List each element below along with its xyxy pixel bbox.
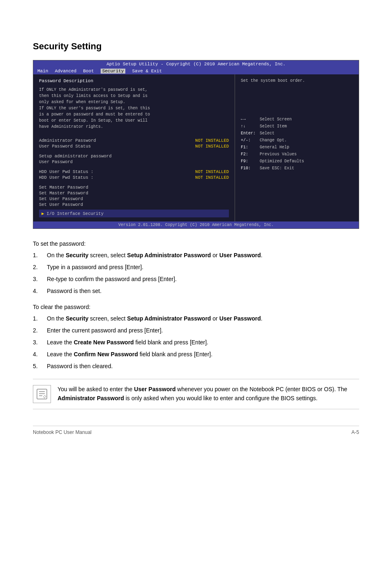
bios-menu-security[interactable]: Security [101, 69, 126, 74]
note-box: You will be asked to enter the User Pass… [33, 379, 359, 409]
page-footer: Notebook PC User Manual A-5 [33, 426, 359, 435]
note-icon [33, 385, 51, 403]
bios-hdd-user-pwd-1-value: NOT INSTALLED [195, 169, 229, 174]
list-item: 1. On the Security screen, select Setup … [33, 251, 359, 260]
bios-io-interface-security[interactable]: ▶ I/O Interface Security [39, 210, 229, 217]
step-num: 4. [33, 350, 41, 359]
step-text: Leave the Confirm New Password field bla… [47, 350, 359, 359]
key-sym-f2: F2: [241, 151, 257, 158]
bios-setup-admin-password[interactable]: Setup administrator password [39, 154, 229, 159]
bios-section-title: Password Description [39, 78, 229, 83]
bios-key-legend: ←→ Select Screen ↑↓ Select Item Enter: S… [241, 116, 353, 172]
bios-hdd-user-pwd-2-value: NOT INSTALLED [195, 175, 229, 180]
step-text: Enter the current password and press [En… [47, 326, 359, 335]
bios-io-arrow: ▶ [42, 211, 44, 216]
key-action-general-help: General Help [260, 144, 289, 151]
key-sym-plusminus: +/-: [241, 137, 257, 144]
bios-right-panel: Set the system boot order. ←→ Select Scr… [235, 74, 359, 221]
step-text: Password is then cleared. [47, 362, 359, 371]
set-password-section: To set the password: 1. On the Security … [33, 240, 359, 295]
clear-password-intro: To clear the password: [33, 304, 359, 310]
bios-screenshot: Aptio Setup Utility - Copyright (C) 2010… [33, 60, 359, 229]
key-row-f1: F1: General Help [241, 144, 353, 151]
bios-hdd-user-pwd-2-row: HDD User Pwd Status : NOT INSTALLED [39, 175, 229, 180]
step-text: Type in a password and press [Enter]. [47, 263, 359, 272]
bios-right-hint: Set the system boot order. [241, 78, 353, 83]
key-sym-arrows: ←→ [241, 116, 257, 123]
list-item: 1. On the Security screen, select Setup … [33, 314, 359, 323]
list-item: 5. Password is then cleared. [33, 362, 359, 371]
step-num: 2. [33, 263, 41, 272]
key-action-previous-values: Previous Values [260, 151, 297, 158]
bios-description: If ONLY the Administrator's password is … [39, 87, 229, 130]
bios-hdd-user-pwd-1-row: HDD User Pwd Status : NOT INSTALLED [39, 169, 229, 174]
bios-user-password-value: NOT INSTALLED [195, 144, 229, 149]
step-num: 1. [33, 251, 41, 260]
svg-rect-0 [37, 389, 47, 399]
step-num: 3. [33, 338, 41, 347]
bios-menu-boot[interactable]: Boot [83, 69, 94, 74]
bios-hdd-user-pwd-2-label: HDD User Pwd Status : [39, 175, 93, 180]
step-text: On the Security screen, select Setup Adm… [47, 251, 359, 260]
key-row-enter: Enter: Select [241, 130, 353, 137]
key-row-f2: F2: Previous Values [241, 151, 353, 158]
key-action-select-item: Select Item [260, 123, 287, 130]
footer-left: Notebook PC User Manual [33, 429, 92, 435]
bios-admin-password-value: NOT INSTALLED [195, 138, 229, 143]
bios-menu-bar[interactable]: Main Advanced Boot Security Save & Exit [33, 68, 359, 74]
key-sym-f10: F10: [241, 165, 257, 172]
step-num: 2. [33, 326, 41, 335]
list-item: 2. Type in a password and press [Enter]. [33, 263, 359, 272]
key-row-select-item: ↑↓ Select Item [241, 123, 353, 130]
key-row-f10: F10: Save ESC: Exit [241, 165, 353, 172]
bios-set-master-password-2[interactable]: Set Master Password [39, 191, 229, 196]
key-sym-ud-arrows: ↑↓ [241, 123, 257, 130]
page-title: Security Setting [33, 41, 359, 52]
key-action-optimized-defaults: Optimized Defaults [260, 158, 304, 165]
bios-menu-save-exit[interactable]: Save & Exit [132, 69, 162, 74]
step-text: On the Security screen, select Setup Adm… [47, 314, 359, 323]
key-row-change-opt: +/-: Change Opt. [241, 137, 353, 144]
key-sym-f1: F1: [241, 144, 257, 151]
bios-set-user-password-1[interactable]: Set User Password [39, 196, 229, 201]
step-num: 5. [33, 362, 41, 371]
bios-user-password-label: User Password Status [39, 144, 91, 149]
bios-user-password-link[interactable]: User Password [39, 159, 229, 164]
bios-admin-password-label: Administrator Password [39, 138, 96, 143]
key-sym-enter: Enter: [241, 130, 257, 137]
clear-password-section: To clear the password: 1. On the Securit… [33, 304, 359, 371]
footer-right: A-5 [351, 429, 359, 435]
clear-password-list: 1. On the Security screen, select Setup … [33, 314, 359, 371]
bios-menu-main[interactable]: Main [37, 69, 48, 74]
list-item: 4. Leave the Confirm New Password field … [33, 350, 359, 359]
bios-body: Password Description If ONLY the Adminis… [33, 74, 359, 221]
list-item: 3. Leave the Create New Password field b… [33, 338, 359, 347]
bios-io-label: I/O Interface Security [46, 211, 104, 216]
bios-admin-password-row: Administrator Password NOT INSTALLED [39, 138, 229, 143]
bios-set-user-password-2[interactable]: Set User Password [39, 202, 229, 207]
step-num: 3. [33, 275, 41, 284]
key-row-select-screen: ←→ Select Screen [241, 116, 353, 123]
bios-menu-advanced[interactable]: Advanced [55, 69, 76, 74]
bios-set-master-password-1[interactable]: Set Master Password [39, 185, 229, 190]
step-num: 4. [33, 287, 41, 295]
step-text: Password is then set. [47, 287, 359, 295]
key-row-f9: F9: Optimized Defaults [241, 158, 353, 165]
set-password-intro: To set the password: [33, 240, 359, 247]
key-action-change-opt: Change Opt. [260, 137, 287, 144]
list-item: 3. Re-type to confirm the password and p… [33, 275, 359, 284]
list-item: 4. Password is then set. [33, 287, 359, 295]
key-action-select-screen: Select Screen [260, 116, 292, 123]
list-item: 2. Enter the current password and press … [33, 326, 359, 335]
bios-user-password-row: User Password Status NOT INSTALLED [39, 144, 229, 149]
step-text: Re-type to confirm the password and pres… [47, 275, 359, 284]
note-text: You will be asked to enter the User Pass… [58, 385, 359, 403]
key-action-select: Select [260, 130, 274, 137]
key-action-save-esc: Save ESC: Exit [260, 165, 294, 172]
bios-title-bar: Aptio Setup Utility - Copyright (C) 2010… [33, 60, 359, 68]
key-sym-f9: F9: [241, 158, 257, 165]
step-num: 1. [33, 314, 41, 323]
set-password-list: 1. On the Security screen, select Setup … [33, 251, 359, 295]
bios-hdd-user-pwd-1-label: HDD User Pwd Status : [39, 169, 93, 174]
step-text: Leave the Create New Password field blan… [47, 338, 359, 347]
